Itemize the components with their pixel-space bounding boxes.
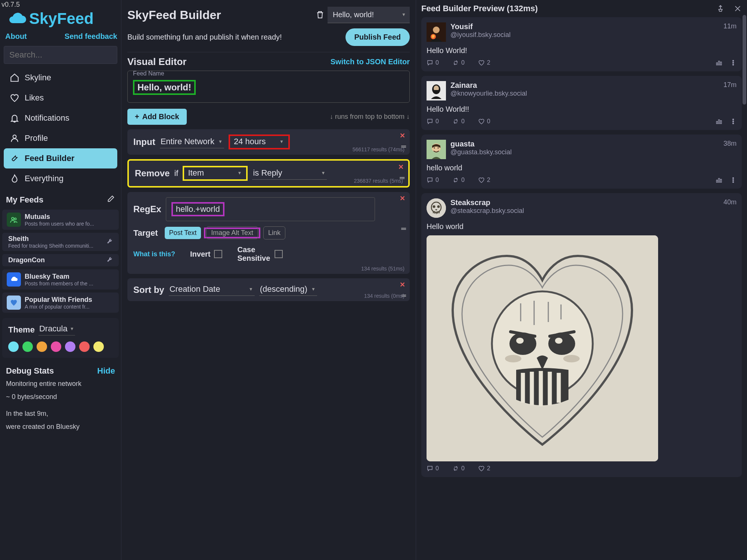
stats-icon[interactable] bbox=[716, 118, 722, 125]
preview-post[interactable]: Yousif @iyousif.bsky.social 11m Hello Wo… bbox=[421, 17, 742, 71]
feed-item-mutuals[interactable]: Mutuals Posts from users who are fo... bbox=[2, 210, 119, 230]
what-is-this-link[interactable]: What is this? bbox=[133, 250, 175, 258]
add-block-button[interactable]: + Add Block bbox=[127, 109, 187, 125]
more-icon[interactable] bbox=[730, 177, 737, 183]
stats-icon[interactable] bbox=[716, 59, 722, 66]
feed-select-dropdown[interactable]: Hello, world! bbox=[328, 7, 410, 23]
theme-color-swatch[interactable] bbox=[51, 341, 61, 352]
block-regex: ✕ RegEx hello.+world Target Post Text Im… bbox=[127, 192, 410, 274]
add-block-label: Add Block bbox=[142, 112, 179, 121]
svg-point-35 bbox=[437, 205, 440, 208]
preview-post[interactable]: guasta @guasta.bsky.social 38m hello wor… bbox=[421, 134, 742, 189]
like-button[interactable]: 2 bbox=[478, 59, 490, 66]
theme-color-swatch[interactable] bbox=[93, 341, 104, 352]
pencil-icon bbox=[107, 195, 115, 203]
repost-button[interactable]: 0 bbox=[452, 59, 465, 66]
like-button[interactable]: 2 bbox=[478, 465, 490, 472]
svg-rect-8 bbox=[720, 62, 722, 65]
search-input[interactable] bbox=[4, 46, 117, 64]
svg-point-11 bbox=[733, 64, 734, 65]
feed-item-bluesky-team[interactable]: Bluesky Team Posts from members of the .… bbox=[2, 269, 119, 290]
target-chip-link[interactable]: Link bbox=[263, 226, 285, 239]
post-image[interactable] bbox=[427, 235, 658, 461]
input-window-select[interactable]: 24 hours bbox=[233, 136, 285, 148]
reply-button[interactable]: 0 bbox=[427, 177, 439, 183]
nav-likes[interactable]: Likes bbox=[4, 88, 117, 108]
feed-name-field[interactable]: Feed Name Hello, world! bbox=[127, 71, 410, 103]
remove-subject-select[interactable]: Item bbox=[187, 167, 243, 179]
theme-color-swatch[interactable] bbox=[22, 341, 33, 352]
feed-item-sheith[interactable]: Sheith Feed for tracking Sheith communit… bbox=[2, 233, 119, 251]
runs-direction-text: ↓ runs from top to bottom ↓ bbox=[330, 113, 410, 121]
feedback-link[interactable]: Send feedback bbox=[65, 32, 117, 41]
svg-point-32 bbox=[427, 198, 446, 218]
target-chip-post-text[interactable]: Post Text bbox=[165, 227, 201, 239]
version-label: v0.7.5 bbox=[1, 1, 20, 9]
remove-predicate-select[interactable]: is Reply bbox=[252, 167, 327, 180]
edit-feeds-button[interactable] bbox=[107, 195, 115, 205]
preview-title: Feed Builder Preview (132ms) bbox=[421, 4, 538, 13]
reply-button[interactable]: 0 bbox=[427, 465, 439, 472]
repost-button[interactable]: 0 bbox=[452, 465, 465, 472]
repost-button[interactable]: 0 bbox=[452, 118, 465, 125]
preview-post[interactable]: Steakscrap @steakscrap.bsky.social 40m H… bbox=[421, 193, 742, 477]
feed-item-dragoncon[interactable]: DragonCon bbox=[2, 254, 119, 266]
block-meta: 236837 results (5ms) bbox=[354, 178, 403, 184]
theme-select[interactable]: Dracula bbox=[38, 324, 75, 335]
delete-feed-button[interactable] bbox=[316, 10, 325, 20]
sort-field-select[interactable]: Creation Date bbox=[169, 284, 255, 296]
block-drag-handle[interactable] bbox=[401, 225, 405, 233]
preview-post[interactable]: Zainara @knowyourlie.bsky.social 17m Hel… bbox=[421, 76, 742, 130]
publish-button[interactable]: Publish Feed bbox=[345, 28, 410, 46]
repost-button[interactable]: 0 bbox=[452, 177, 465, 183]
input-source-select[interactable]: Entire Network bbox=[160, 136, 224, 148]
reply-button[interactable]: 0 bbox=[427, 59, 439, 66]
post-author: guasta bbox=[450, 140, 719, 148]
logo[interactable]: SkyFeed bbox=[7, 10, 117, 28]
stats-icon[interactable] bbox=[716, 177, 722, 183]
nav-skyline[interactable]: Skyline bbox=[4, 68, 117, 88]
preview-scrollbar[interactable] bbox=[743, 15, 746, 560]
like-button[interactable]: 2 bbox=[478, 177, 490, 183]
target-chip-image-alt[interactable]: Image Alt Text bbox=[206, 226, 258, 239]
block-close-button[interactable]: ✕ bbox=[398, 163, 404, 171]
post-author: Zainara bbox=[450, 81, 719, 90]
theme-color-swatch[interactable] bbox=[37, 341, 47, 352]
nav-feed-builder[interactable]: Feed Builder bbox=[4, 148, 117, 168]
reply-icon bbox=[427, 177, 433, 183]
theme-color-swatch[interactable] bbox=[79, 341, 90, 352]
heart-icon bbox=[478, 118, 485, 125]
repost-icon bbox=[452, 177, 459, 183]
close-icon[interactable] bbox=[734, 4, 742, 13]
case-checkbox[interactable] bbox=[275, 250, 283, 258]
my-feeds-header: My Feeds bbox=[6, 195, 43, 205]
feed-item-popular[interactable]: Popular With Friends A mix of popular co… bbox=[2, 293, 119, 313]
bell-icon bbox=[10, 113, 19, 123]
post-text: Hello World!! bbox=[427, 105, 737, 114]
reply-button[interactable]: 0 bbox=[427, 118, 439, 125]
regex-input[interactable]: hello.+world bbox=[166, 197, 375, 221]
pin-icon[interactable] bbox=[716, 4, 725, 13]
json-editor-link[interactable]: Switch to JSON Editor bbox=[331, 58, 410, 66]
svg-point-2 bbox=[15, 218, 16, 220]
nav-notifications[interactable]: Notifications bbox=[4, 108, 117, 128]
post-handle: @iyousif.bsky.social bbox=[450, 31, 719, 39]
more-icon[interactable] bbox=[730, 118, 737, 125]
debug-hide-button[interactable]: Hide bbox=[97, 366, 115, 376]
block-close-button[interactable]: ✕ bbox=[400, 132, 405, 140]
theme-color-swatch[interactable] bbox=[65, 341, 75, 352]
svg-point-40 bbox=[516, 338, 524, 344]
nav-profile[interactable]: Profile bbox=[4, 128, 117, 148]
svg-point-21 bbox=[733, 123, 734, 124]
like-button[interactable]: 0 bbox=[478, 118, 490, 125]
theme-color-swatch[interactable] bbox=[8, 341, 19, 352]
about-link[interactable]: About bbox=[5, 32, 27, 41]
debug-line: were created on Bluesky bbox=[6, 422, 115, 432]
nav-everything[interactable]: Everything bbox=[4, 168, 117, 189]
block-close-button[interactable]: ✕ bbox=[400, 194, 405, 202]
more-icon[interactable] bbox=[730, 59, 737, 66]
sort-order-select[interactable]: (descending) bbox=[259, 284, 317, 296]
invert-checkbox[interactable] bbox=[214, 250, 222, 258]
feed-subtitle: Feed for tracking Sheith communiti... bbox=[8, 243, 106, 249]
block-close-button[interactable]: ✕ bbox=[400, 281, 405, 289]
